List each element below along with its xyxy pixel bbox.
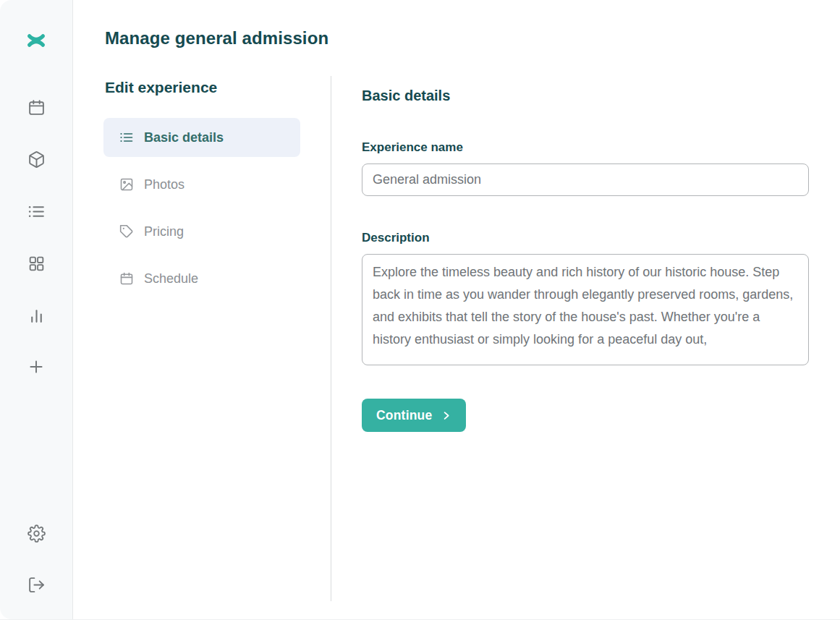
calendar-icon bbox=[119, 271, 134, 286]
app-window: Manage general admission Edit experience… bbox=[0, 0, 840, 620]
bar-chart-icon[interactable] bbox=[23, 302, 49, 328]
edit-experience-heading: Edit experience bbox=[105, 79, 217, 96]
grid-icon[interactable] bbox=[23, 250, 49, 276]
chevron-right-icon bbox=[441, 410, 451, 421]
plus-icon[interactable] bbox=[23, 354, 49, 380]
continue-button-label: Continue bbox=[376, 408, 432, 423]
page-title: Manage general admission bbox=[105, 28, 328, 48]
nav-item-pricing[interactable]: Pricing bbox=[103, 212, 300, 251]
xola-logo-icon[interactable] bbox=[23, 27, 49, 54]
settings-gear-icon[interactable] bbox=[23, 520, 49, 546]
continue-button[interactable]: Continue bbox=[362, 399, 466, 432]
bullet-list-icon bbox=[119, 130, 134, 145]
package-icon[interactable] bbox=[23, 146, 49, 172]
logout-icon[interactable] bbox=[23, 572, 49, 598]
nav-item-label: Pricing bbox=[144, 224, 184, 239]
vertical-divider bbox=[331, 76, 331, 601]
nav-item-label: Schedule bbox=[144, 271, 198, 286]
nav-item-basic-details[interactable]: Basic details bbox=[103, 118, 300, 157]
section-heading-basic-details: Basic details bbox=[362, 88, 450, 104]
experience-name-label: Experience name bbox=[362, 140, 463, 155]
nav-item-label: Photos bbox=[144, 177, 184, 192]
calendar-icon[interactable] bbox=[23, 94, 49, 120]
icon-rail-sidebar bbox=[0, 0, 73, 619]
description-label: Description bbox=[362, 231, 430, 245]
tag-icon bbox=[119, 224, 134, 239]
edit-experience-nav: Basic details Photos Pricing bbox=[103, 118, 300, 306]
bullet-list-icon[interactable] bbox=[23, 198, 49, 224]
nav-item-schedule[interactable]: Schedule bbox=[103, 259, 300, 298]
description-textarea[interactable]: Explore the timeless beauty and rich his… bbox=[362, 254, 809, 365]
nav-item-label: Basic details bbox=[144, 130, 224, 145]
experience-name-input[interactable] bbox=[362, 164, 809, 196]
photo-icon bbox=[119, 177, 134, 192]
nav-item-photos[interactable]: Photos bbox=[103, 165, 300, 204]
